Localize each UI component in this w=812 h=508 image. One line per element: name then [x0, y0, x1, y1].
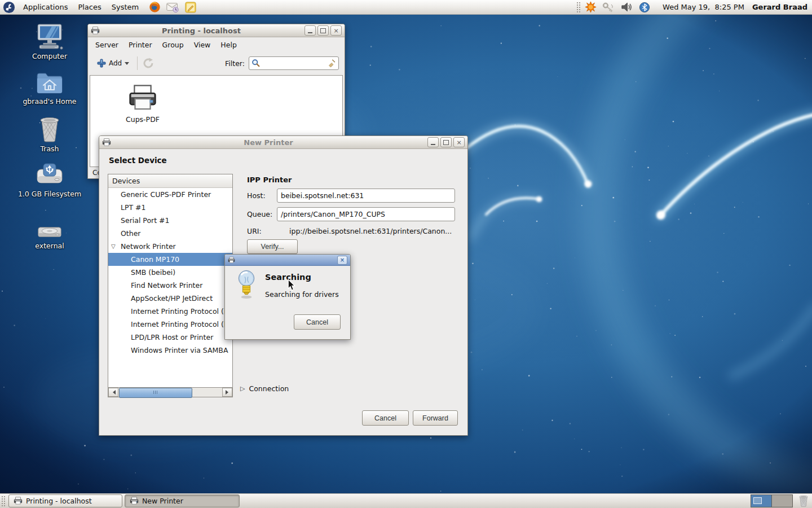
printing-titlebar[interactable]: Printing - localhost × [88, 24, 345, 37]
maximize-button[interactable] [440, 137, 452, 147]
usb-icon [36, 163, 64, 187]
device-row-internet-printing-protocol-https[interactable]: Internet Printing Protocol (https) [108, 318, 232, 331]
tray-handle[interactable] [576, 2, 580, 12]
home-icon [36, 71, 64, 95]
device-label: Serial Port #1 [108, 214, 170, 227]
desktop-icon-computer[interactable]: Computer [5, 24, 95, 60]
ipp-section-title: IPP Printer [247, 176, 292, 184]
device-row-windows-printer-via-samba[interactable]: Windows Printer via SAMBA [108, 344, 232, 357]
device-row-other[interactable]: Other [108, 227, 232, 240]
forward-button[interactable]: Forward [413, 410, 458, 426]
menu-printer[interactable]: Printer [123, 38, 157, 51]
desktop-icon-1-0-gb-filesystem[interactable]: 1.0 GB Filesystem [5, 163, 95, 198]
firefox-launcher-icon[interactable] [148, 1, 161, 14]
searching-titlebar[interactable]: × [225, 255, 350, 266]
devices-list: Devices Generic CUPS-PDF PrinterLPT #1Se… [108, 174, 233, 388]
device-row-internet-printing-protocol-ipp[interactable]: Internet Printing Protocol (ipp) [108, 305, 232, 318]
select-device-heading: Select Device [109, 156, 167, 165]
devices-column-header[interactable]: Devices [108, 174, 232, 188]
device-label: Find Network Printer [108, 279, 202, 292]
scroll-left-button[interactable] [108, 388, 118, 397]
menu-server[interactable]: Server [90, 38, 123, 51]
device-row-lpd-lpr-host-or-printer[interactable]: LPD/LPR Host or Printer [108, 331, 232, 344]
panel-menu-applications[interactable]: Applications [18, 0, 73, 14]
plus-icon [97, 59, 106, 68]
clear-filter-icon[interactable] [328, 59, 336, 67]
scroll-track[interactable] [118, 388, 222, 397]
device-label: Generic CUPS-PDF Printer [108, 188, 211, 201]
email-launcher-icon[interactable] [166, 1, 179, 14]
device-row-serial-port-1[interactable]: Serial Port #1 [108, 214, 232, 227]
new-printer-title: New Printer [111, 138, 426, 147]
device-row-appsocket-hp-jetdirect[interactable]: AppSocket/HP JetDirect [108, 292, 232, 305]
menu-group[interactable]: Group [157, 38, 189, 51]
device-label: SMB (beibei) [108, 266, 175, 279]
scroll-thumb[interactable] [119, 388, 192, 398]
search-icon [251, 59, 260, 67]
close-button[interactable]: × [453, 137, 465, 147]
close-button[interactable]: × [330, 25, 342, 36]
bluetooth-icon[interactable] [638, 1, 651, 14]
desktop-icon-gbraad-s-home[interactable]: gbraad's Home [5, 71, 95, 106]
host-input[interactable] [277, 189, 455, 203]
fedora-menu-icon[interactable] [3, 1, 15, 14]
volume-icon[interactable] [620, 1, 633, 14]
menu-help[interactable]: Help [215, 38, 242, 51]
alert-sun-icon[interactable] [584, 1, 597, 14]
device-label: Network Printer [108, 240, 176, 253]
new-printer-titlebar[interactable]: New Printer × [99, 136, 467, 149]
printer-item-cups-pdf[interactable]: Cups-PDF [112, 84, 174, 124]
panel-menu-places[interactable]: Places [73, 0, 106, 14]
taskbar: Printing - localhostNew Printer [0, 493, 812, 508]
filter-entry[interactable] [249, 56, 339, 70]
notes-launcher-icon[interactable] [184, 1, 197, 14]
device-label: AppSocket/HP JetDirect [108, 292, 213, 305]
printing-toolbar: Add Filter: [88, 52, 345, 75]
workspace-window-thumb [753, 497, 762, 504]
triangle-right-icon[interactable]: ▷ [240, 385, 245, 392]
add-printer-button[interactable]: Add [94, 56, 133, 70]
verify-button[interactable]: Verify... [247, 239, 298, 254]
panel-menus: ApplicationsPlacesSystem [18, 0, 144, 14]
cancel-button[interactable]: Cancel [362, 410, 409, 426]
connection-expander[interactable]: ▷ Connection [240, 384, 289, 393]
desktop-icon-external[interactable]: external [5, 226, 95, 250]
user-menu[interactable]: Gerard Braad [752, 3, 807, 11]
device-label: Internet Printing Protocol (ipp) [108, 305, 232, 318]
device-row-smb-beibei[interactable]: SMB (beibei) [108, 266, 232, 279]
device-row-network-printer[interactable]: ▽Network Printer [108, 240, 232, 253]
add-label: Add [109, 59, 122, 67]
desktop-icon-label: 1.0 GB Filesystem [18, 190, 81, 198]
clock[interactable]: Wed May 19, 8:25 PM [663, 3, 744, 11]
uri-label: URI: [247, 227, 262, 235]
taskbar-item-label: New Printer [142, 497, 183, 505]
device-row-canon-mp170[interactable]: Canon MP170 [108, 253, 232, 266]
chevron-down-icon[interactable] [125, 62, 129, 67]
minimize-button[interactable] [427, 137, 439, 147]
taskbar-item-printing-localhost[interactable]: Printing - localhost [8, 494, 122, 507]
trash-applet-icon[interactable] [797, 495, 810, 507]
device-row-lpt-1[interactable]: LPT #1 [108, 201, 232, 214]
workspace-2[interactable] [771, 495, 792, 507]
devices-hscrollbar[interactable] [108, 387, 233, 397]
queue-label: Queue: [247, 210, 272, 218]
close-icon[interactable]: × [337, 256, 347, 265]
maximize-button[interactable] [317, 25, 329, 36]
desktop-icon-trash[interactable]: Trash [5, 116, 95, 153]
refresh-icon[interactable] [142, 57, 155, 69]
panel-menu-system[interactable]: System [107, 0, 144, 14]
taskbar-handle[interactable] [1, 496, 5, 506]
menu-view[interactable]: View [189, 38, 216, 51]
workspace-1[interactable] [751, 495, 771, 507]
minimize-button[interactable] [304, 25, 316, 36]
device-row-find-network-printer[interactable]: Find Network Printer [108, 279, 232, 292]
keyring-icon[interactable] [602, 1, 615, 14]
taskbar-item-new-printer[interactable]: New Printer [125, 494, 240, 507]
device-row-generic-cups-pdf-printer[interactable]: Generic CUPS-PDF Printer [108, 188, 232, 201]
expander-down-icon[interactable]: ▽ [111, 240, 116, 253]
searching-cancel-button[interactable]: Cancel [294, 314, 341, 330]
scroll-right-button[interactable] [222, 388, 232, 397]
computer-icon [35, 24, 64, 50]
queue-input[interactable] [277, 207, 455, 221]
filter-input[interactable] [261, 57, 325, 68]
